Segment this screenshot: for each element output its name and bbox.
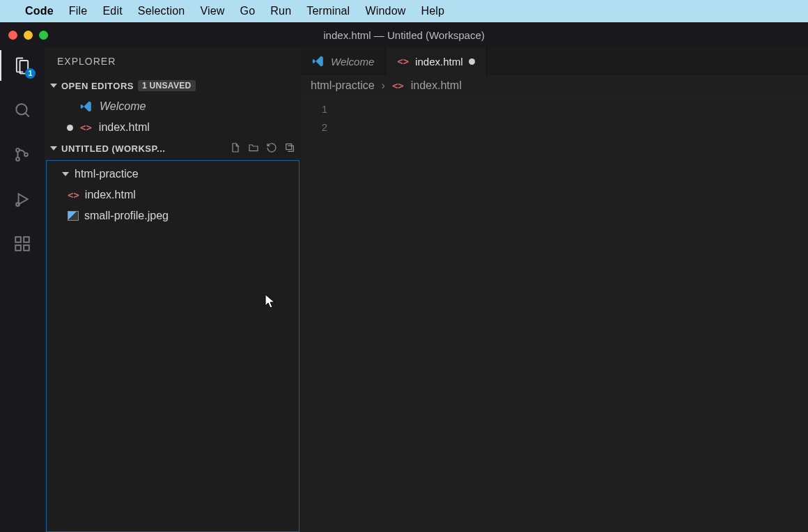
mac-menu-help[interactable]: Help [421, 5, 444, 17]
activity-explorer-badge: 1 [25, 68, 36, 79]
mac-menu-file[interactable]: File [69, 5, 88, 17]
mac-menu-selection[interactable]: Selection [138, 5, 185, 17]
svg-point-3 [24, 153, 28, 157]
line-number-gutter: 1 2 [301, 96, 336, 532]
tree-file[interactable]: small-profile.jpeg [47, 205, 299, 226]
open-editor-item[interactable]: Welcome [45, 96, 301, 117]
open-editors-list: Welcome <> index.html [45, 96, 301, 138]
open-editor-item[interactable]: <> index.html [45, 117, 301, 138]
tree-folder-label: html-practice [75, 168, 139, 180]
chevron-right-icon: › [382, 79, 385, 92]
svg-point-4 [16, 203, 20, 206]
breadcrumbs[interactable]: html-practice › <> index.html [301, 75, 808, 96]
workspace-label: UNTITLED (WORKSP... [61, 143, 165, 154]
activity-run-debug-icon[interactable] [11, 188, 33, 210]
window-title: index.html — Untitled (Workspace) [0, 29, 808, 41]
tab-modified-dot-icon [469, 58, 475, 65]
tree-file[interactable]: <> index.html [47, 185, 299, 205]
mac-menu-run[interactable]: Run [270, 5, 291, 17]
tab-label: Welcome [331, 56, 374, 68]
html-file-icon: <> [68, 189, 79, 201]
breadcrumb-segment[interactable]: index.html [411, 79, 462, 92]
chevron-down-icon [50, 146, 57, 150]
activity-bar: 1 [0, 47, 45, 532]
mac-menu-view[interactable]: View [200, 5, 224, 17]
line-number: 2 [301, 118, 327, 136]
app-window: index.html — Untitled (Workspace) 1 E [0, 22, 808, 532]
new-file-icon[interactable] [230, 142, 241, 155]
tree-folder[interactable]: html-practice [47, 164, 299, 185]
svg-rect-9 [286, 143, 292, 149]
workspace-header[interactable]: UNTITLED (WORKSP... [45, 138, 301, 159]
editor-tabs: Welcome <> index.html [301, 47, 808, 75]
activity-extensions-icon[interactable] [11, 233, 33, 255]
vscode-icon [312, 55, 325, 68]
svg-rect-8 [24, 237, 29, 242]
mac-menu-terminal[interactable]: Terminal [306, 5, 350, 17]
activity-explorer-icon[interactable]: 1 [11, 54, 33, 77]
open-editors-label: OPEN EDITORS [61, 81, 134, 91]
chevron-down-icon [50, 84, 57, 88]
tree-file-label: small-profile.jpeg [84, 210, 169, 222]
html-file-icon: <> [80, 122, 92, 133]
mac-menu-edit[interactable]: Edit [102, 5, 122, 17]
editor-area: Welcome <> index.html html-practice › <>… [301, 47, 808, 532]
open-editor-label: Welcome [100, 100, 146, 113]
svg-point-2 [16, 157, 20, 161]
tab-label: index.html [415, 56, 463, 68]
collapse-all-icon[interactable] [284, 142, 295, 155]
explorer-title: EXPLORER [45, 47, 301, 75]
open-editor-label: index.html [99, 121, 150, 134]
tree-file-label: index.html [85, 189, 136, 201]
image-file-icon [68, 211, 79, 221]
activity-source-control-icon[interactable] [11, 143, 33, 166]
vscode-icon [80, 100, 93, 113]
mouse-cursor-icon [265, 294, 277, 313]
workspace-tools [230, 142, 295, 155]
svg-rect-7 [24, 245, 29, 251]
svg-point-0 [16, 104, 26, 114]
open-editors-unsaved-badge: 1 UNSAVED [138, 80, 196, 91]
refresh-icon[interactable] [266, 142, 277, 155]
open-editors-header[interactable]: OPEN EDITORS 1 UNSAVED [45, 75, 301, 96]
line-number: 1 [301, 100, 327, 118]
breadcrumb-segment[interactable]: html-practice [311, 79, 375, 92]
svg-rect-5 [15, 237, 21, 242]
html-file-icon: <> [397, 56, 409, 67]
mac-menu-go[interactable]: Go [240, 5, 256, 17]
tab-index-html[interactable]: <> index.html [386, 47, 487, 75]
mac-menu-window[interactable]: Window [365, 5, 405, 17]
window-titlebar: index.html — Untitled (Workspace) [0, 22, 808, 47]
activity-search-icon[interactable] [11, 99, 33, 121]
code-editor[interactable]: 1 2 [301, 96, 808, 532]
file-tree: html-practice <> index.html small-profil… [46, 160, 300, 532]
mac-menubar: Code File Edit Selection View Go Run Ter… [0, 0, 808, 22]
chevron-down-icon [62, 172, 69, 176]
new-folder-icon[interactable] [248, 142, 259, 155]
html-file-icon: <> [392, 80, 404, 91]
tab-welcome[interactable]: Welcome [301, 47, 386, 75]
explorer-sidebar: EXPLORER OPEN EDITORS 1 UNSAVED Welcome … [45, 47, 301, 532]
svg-point-1 [16, 148, 20, 152]
mac-menu-app[interactable]: Code [25, 5, 54, 17]
unsaved-dot-icon [67, 125, 73, 131]
main-layout: 1 EXPLORER OPEN EDITORS 1 UNSAVED [0, 47, 808, 532]
svg-rect-6 [15, 245, 21, 251]
